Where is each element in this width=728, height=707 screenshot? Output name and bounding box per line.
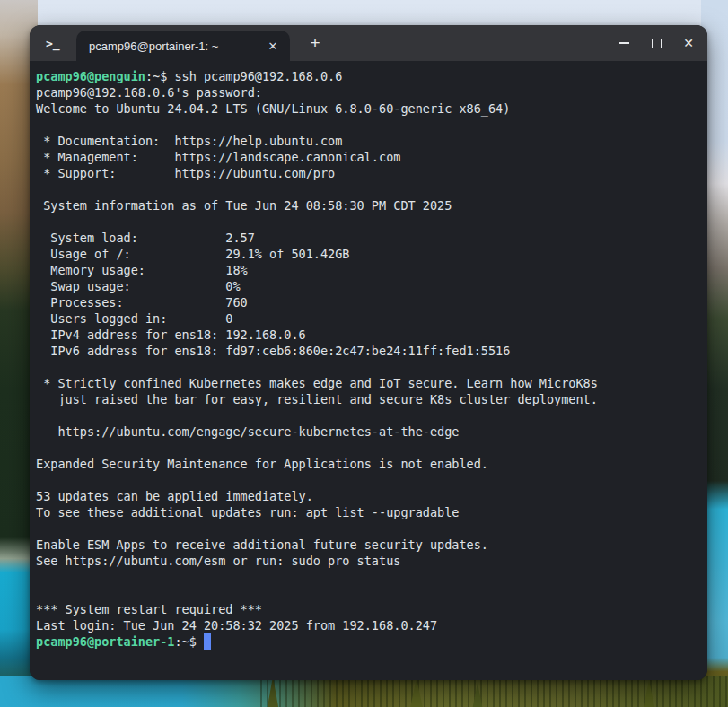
terminal-cursor bbox=[204, 633, 211, 650]
terminal-line: Expanded Security Maintenance for Applic… bbox=[36, 456, 702, 472]
terminal-screen[interactable]: pcamp96@penguin:~$ ssh pcamp96@192.168.0… bbox=[30, 61, 707, 680]
new-tab-button[interactable]: + bbox=[301, 25, 329, 61]
window-controls: ✕ bbox=[614, 25, 698, 61]
terminal-line: * Management: https://landscape.canonica… bbox=[36, 149, 702, 165]
terminal-output: pcamp96@penguin:~$ ssh pcamp96@192.168.0… bbox=[36, 68, 702, 650]
tab-terminal-session[interactable]: pcamp96@portainer-1: ~ ✕ bbox=[76, 31, 290, 61]
close-button[interactable]: ✕ bbox=[679, 25, 698, 61]
terminal-line bbox=[36, 181, 702, 197]
terminal-line: To see these additional updates run: apt… bbox=[36, 504, 702, 520]
terminal-line: Memory usage: 18% bbox=[36, 262, 702, 278]
terminal-line: IPv4 address for ens18: 192.168.0.6 bbox=[36, 327, 702, 343]
terminal-line: Welcome to Ubuntu 24.04.2 LTS (GNU/Linux… bbox=[36, 100, 702, 117]
tab-title: pcamp96@portainer-1: ~ bbox=[89, 39, 263, 53]
terminal-line: https://ubuntu.com/engage/secure-kuberne… bbox=[36, 423, 702, 440]
terminal-line: Swap usage: 0% bbox=[36, 278, 702, 294]
terminal-line: pcamp96@192.168.0.6's password: bbox=[36, 84, 702, 100]
terminal-line bbox=[36, 214, 702, 230]
plus-icon: + bbox=[310, 33, 320, 53]
maximize-button[interactable] bbox=[646, 25, 666, 61]
terminal-line bbox=[36, 117, 702, 133]
terminal-line bbox=[36, 585, 702, 601]
terminal-line: * Support: https://ubuntu.com/pro bbox=[36, 165, 702, 181]
terminal-line bbox=[36, 569, 702, 585]
terminal-line bbox=[36, 407, 702, 423]
minimize-button[interactable] bbox=[614, 25, 634, 61]
terminal-line: See https://ubuntu.com/esm or run: sudo … bbox=[36, 553, 702, 569]
terminal-line bbox=[36, 440, 702, 456]
terminal-line: Usage of /: 29.1% of 501.42GB bbox=[36, 246, 702, 262]
terminal-line: * Strictly confined Kubernetes makes edg… bbox=[36, 375, 702, 391]
terminal-line: pcamp96@penguin:~$ ssh pcamp96@192.168.0… bbox=[36, 68, 702, 84]
terminal-line: 53 updates can be applied immediately. bbox=[36, 488, 702, 504]
terminal-line bbox=[36, 472, 702, 488]
tab-close-button[interactable]: ✕ bbox=[263, 39, 283, 53]
terminal-line: pcamp96@portainer-1:~$ bbox=[36, 633, 702, 650]
titlebar[interactable]: >_ pcamp96@portainer-1: ~ ✕ + ✕ bbox=[30, 25, 707, 61]
minimize-icon bbox=[619, 42, 629, 44]
maximize-icon bbox=[652, 39, 662, 48]
terminal-window: >_ pcamp96@portainer-1: ~ ✕ + ✕ pcamp96@… bbox=[30, 25, 707, 680]
terminal-line bbox=[36, 359, 702, 375]
wallpaper-forest-texture bbox=[260, 676, 728, 707]
terminal-line: Enable ESM Apps to receive additional fu… bbox=[36, 537, 702, 553]
terminal-line: Last login: Tue Jun 24 20:58:32 2025 fro… bbox=[36, 617, 702, 633]
terminal-line: * Documentation: https://help.ubuntu.com bbox=[36, 133, 702, 149]
terminal-app-icon: >_ bbox=[46, 25, 60, 61]
terminal-line: just raised the bar for easy, resilient … bbox=[36, 391, 702, 407]
terminal-line bbox=[36, 520, 702, 537]
terminal-line: *** System restart required *** bbox=[36, 601, 702, 617]
prompt-user-host: pcamp96@penguin bbox=[36, 69, 145, 83]
terminal-line: System information as of Tue Jun 24 08:5… bbox=[36, 197, 702, 214]
prompt-user-host: pcamp96@portainer-1 bbox=[36, 634, 174, 649]
desktop: { "colors": { "terminal_bg": "#1f2126", … bbox=[0, 0, 728, 707]
terminal-line: Users logged in: 0 bbox=[36, 310, 702, 327]
terminal-line: Processes: 760 bbox=[36, 294, 702, 310]
close-icon: ✕ bbox=[683, 36, 694, 50]
terminal-line: IPv6 address for ens18: fd97:ceb6:860e:2… bbox=[36, 343, 702, 359]
terminal-line: System load: 2.57 bbox=[36, 230, 702, 246]
close-icon: ✕ bbox=[268, 39, 278, 53]
